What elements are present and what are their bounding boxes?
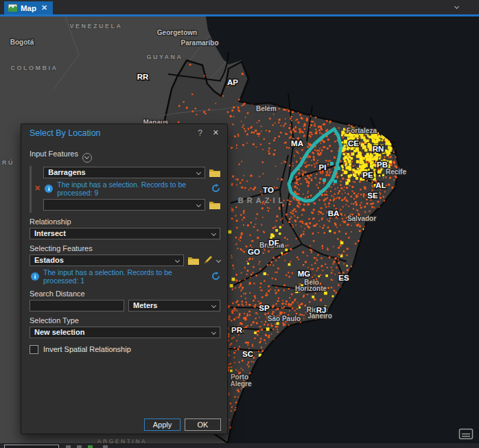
state-label: AL [375,181,386,189]
relationship-label: Relationship [30,217,220,226]
city-label: Paramaribo [180,39,218,47]
arcgis-window: Map ✕ [0,0,479,448]
state-label: SC [242,350,253,358]
edit-pencil-icon[interactable] [203,255,213,265]
ok-button[interactable]: OK [185,418,221,431]
map-tab-bar: Map ✕ [0,0,479,16]
state-label: ES [338,274,349,282]
city-label: Salvador [347,215,376,222]
apply-button[interactable]: Apply [144,418,180,431]
select-by-location-dialog: Select By Location ? ✕ Input Features ✕ … [21,123,228,434]
units-value: Meters [133,301,157,309]
country-label: GUYANA [146,54,183,60]
dialog-header[interactable]: Select By Location ? ✕ [21,124,227,141]
state-label: RJ [316,306,327,314]
country-label: COLOMBIA [11,64,58,71]
input-features-dropdown[interactable]: Barragens [43,167,205,178]
state-label: RN [373,145,384,153]
state-label: DF [268,239,279,247]
status-bar [0,443,479,448]
input-features-label: Input Features [30,150,220,163]
city-label: Horizonte [295,285,327,292]
state-label: CE [348,139,359,148]
collapse-toggle-icon[interactable] [82,153,92,163]
help-icon[interactable]: ? [198,128,202,138]
statusbar-icon[interactable] [66,445,71,448]
pencil-dropdown-chevron-icon[interactable] [216,257,221,262]
units-dropdown[interactable]: Meters [128,300,220,311]
tab-list-chevron-icon[interactable] [454,4,459,9]
relationship-value: Intersect [34,229,66,237]
input-features-dropdown-2[interactable] [43,199,205,211]
browse-folder-icon[interactable] [209,200,220,209]
statusbar-icon[interactable] [103,445,108,448]
browse-folder-icon[interactable] [209,168,220,177]
state-label: PI [319,163,327,172]
state-label: PE [362,171,373,179]
tab-map[interactable]: Map ✕ [4,1,53,14]
city-label: Recife [386,168,406,176]
info-icon: i [45,185,53,193]
state-label: RR [137,73,149,81]
selection-type-label: Selection Type [30,316,220,325]
selecting-features-label: Selecting Features [30,244,220,252]
country-label: VENEZUELA [69,23,122,30]
selecting-selection-message: The input has a selection. Records to be… [43,268,207,285]
country-label: ARGENTINA [97,438,147,443]
state-label: BA [328,209,340,217]
tab-close-icon[interactable]: ✕ [41,3,47,12]
city-label: Belém [256,105,277,113]
city-label: Fortaleza [347,127,377,134]
statusbar-icon[interactable] [77,445,82,448]
scale-input[interactable] [4,445,59,448]
selecting-features-value: Estados [34,256,64,264]
state-label: SE [367,191,378,200]
browse-folder-icon[interactable] [188,256,199,265]
state-label: GO [248,248,260,256]
state-label: MG [298,270,311,278]
search-distance-label: Search Distance [30,290,220,298]
city-label: Alegre [230,380,252,388]
invert-label: Invert Spatial Relationship [43,345,131,353]
invert-checkbox[interactable] [30,345,38,354]
selection-type-value: New selection [34,328,84,336]
search-distance-input[interactable] [30,300,124,311]
state-label: PB [377,161,388,169]
info-icon: i [31,272,39,281]
city-label: Bogotá [10,38,34,46]
city-label: São Paulo [268,315,301,322]
selection-type-dropdown[interactable]: New selection [30,327,220,338]
state-label: PR [231,326,243,334]
selecting-features-dropdown[interactable]: Estados [30,255,184,266]
state-label: MA [291,139,303,148]
city-label: Georgetown [157,29,197,36]
country-label: BRAZIL [238,196,286,204]
input-features-value: Barragens [48,168,85,176]
row-rail [30,166,32,213]
input-selection-message: The input has a selection. Records to be… [57,180,207,197]
tab-map-label: Map [21,4,36,12]
country-label: RÚ [2,158,14,166]
remove-row-icon[interactable]: ✕ [34,184,40,193]
relationship-dropdown[interactable]: Intersect [30,228,220,239]
refresh-icon[interactable] [211,184,220,193]
catalog-flyout-icon[interactable] [458,428,474,440]
refresh-icon[interactable] [211,272,220,281]
state-label: TO [263,186,274,194]
dialog-close-icon[interactable]: ✕ [213,128,219,137]
map-tab-icon [8,4,17,12]
dialog-title: Select By Location [30,128,101,138]
state-label: SP [259,304,270,312]
statusbar-icon[interactable] [88,445,93,448]
state-label: AP [227,78,238,86]
